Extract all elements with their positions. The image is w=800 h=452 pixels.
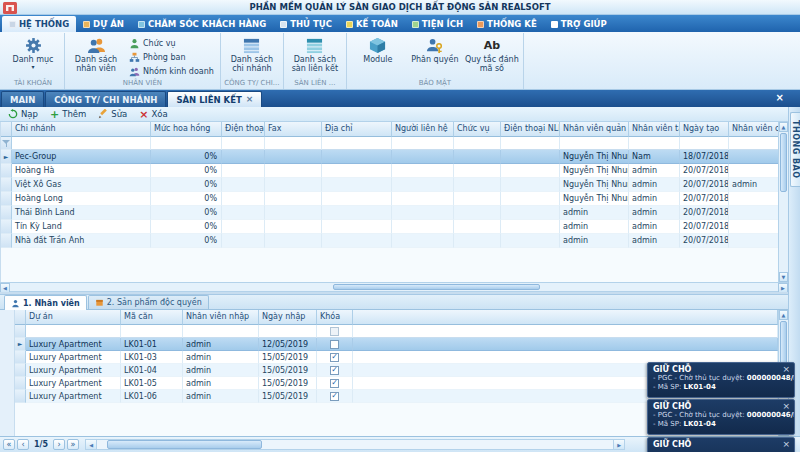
filter-cell-ngay-tao[interactable] [680, 137, 729, 150]
horizontal-scrollbar[interactable]: ◀ ▶ [0, 282, 788, 292]
ribbon-tab-tro-giup[interactable]: TRỢ GIÚP [544, 16, 614, 32]
close-tab-icon[interactable]: × [246, 95, 254, 104]
column-header-nguoi-lien-he[interactable]: Người liên hệ [392, 122, 454, 137]
filter-cell-nhan-vien-quan-ly[interactable] [560, 137, 629, 150]
filter-cell-ien-thoai[interactable] [222, 137, 265, 150]
filter-checkbox[interactable] [330, 327, 339, 336]
ribbon-button-nhom-kinh-doanh[interactable]: Nhóm kinh doanh [126, 65, 217, 78]
column-header-nhan-vien-nhap[interactable]: Nhân viên nhập [183, 310, 259, 325]
first-record-button[interactable]: « [3, 439, 15, 450]
scroll-down-icon[interactable]: ▼ [779, 272, 788, 282]
notifications-panel-tab[interactable]: THÔNG BÁO [790, 112, 800, 187]
filter-cell-ia-chi[interactable] [322, 137, 392, 150]
checked-checkbox[interactable]: ✓ [330, 392, 339, 401]
filter-cell-chi-nhanh[interactable] [12, 137, 151, 150]
scrollbar-thumb[interactable] [333, 284, 540, 290]
column-header-ma-can[interactable]: Mã căn [121, 310, 183, 325]
document-tab-cong-ty-chi-nhanh[interactable]: CÔNG TY/ CHI NHÁNH [45, 91, 166, 107]
table-row[interactable]: Hoàng Hà0%Nguyễn Thị Nhungadmin20/07/201… [1, 164, 778, 178]
scroll-up-icon[interactable]: ▲ [779, 122, 788, 132]
ribbon-button-module[interactable]: Module [350, 34, 406, 78]
scrollbar-thumb[interactable] [780, 321, 787, 366]
filter-cell-nhan-vien-tao[interactable] [629, 137, 680, 150]
table-row[interactable]: Thái Bình Land0%adminadmin20/07/2018 [1, 206, 778, 220]
toolbar-button-sua[interactable]: Sửa [93, 108, 132, 121]
ribbon-tab-thu-tuc[interactable]: THỦ TỤC [273, 16, 339, 32]
document-tab-san-lien-ket[interactable]: SÀN LIÊN KẾT× [167, 91, 262, 107]
ribbon-tab-ke-toan[interactable]: KẾ TOÁN [339, 16, 405, 32]
column-header-ien-thoai-nlh[interactable]: Điện thoại NLH [501, 122, 560, 137]
scroll-up-icon[interactable]: ▲ [779, 310, 788, 320]
filter-cell-du-an[interactable] [26, 325, 121, 338]
table-row[interactable]: Việt Xô Gas0%Nguyễn Thị Nhungadmin20/07/… [1, 178, 778, 192]
filter-cell-khoa[interactable] [317, 325, 353, 338]
filter-cell-nguoi-lien-he[interactable] [392, 137, 454, 150]
ribbon-tab-tien-ich[interactable]: TIỆN ÍCH [405, 16, 470, 32]
column-header-nhan-vien-quan-ly[interactable]: Nhân viên quản lý [560, 122, 629, 137]
column-header-fax[interactable]: Fax [265, 122, 322, 137]
scrollbar-thumb[interactable] [780, 133, 787, 192]
scrollbar-track[interactable] [97, 440, 613, 449]
table-row[interactable]: ►Luxury ApartmentLK01-01admin12/05/2019 [15, 338, 778, 351]
ribbon-tab-cham-soc-khach-hang[interactable]: CHĂM SÓC KHÁCH HÀNG [131, 16, 273, 32]
filter-cell-nhan-vien-nhap[interactable] [183, 325, 259, 338]
ribbon-button-phan-quyen[interactable]: Phân quyền [407, 34, 463, 78]
detail-tab-1-nhan-vien[interactable]: 1. Nhân viên [4, 295, 87, 310]
ribbon-button-danh-sach-nhan-vien[interactable]: Danh sách nhân viên [68, 34, 124, 78]
close-toast-icon[interactable]: × [782, 365, 790, 374]
table-row[interactable]: Nhà đất Trần Anh0%adminadmin20/07/2018 [1, 234, 778, 248]
column-header-nhan-vien-tao[interactable]: Nhân viên tạo [629, 122, 680, 137]
toolbar-button-nap[interactable]: Nạp [3, 108, 43, 121]
prev-record-button[interactable]: ‹ [17, 439, 29, 450]
ribbon-tab-thong-ke[interactable]: THỐNG KÊ [470, 16, 544, 32]
column-header-chuc-vu[interactable]: Chức vụ [454, 122, 501, 137]
close-toast-icon[interactable]: × [782, 440, 790, 449]
column-header-ngay-tao[interactable]: Ngày tạo [680, 122, 729, 137]
column-header-ngay-nhap[interactable]: Ngày nhập [259, 310, 317, 325]
toolbar-button-them[interactable]: +Thêm [45, 108, 91, 121]
column-header-ien-thoai[interactable]: Điện thoại [222, 122, 265, 137]
detail-tab-2-san-pham-oc-quyen[interactable]: 2. Sản phẩm độc quyền [88, 295, 209, 309]
ribbon-button-danh-sach-chi-nhanh[interactable]: Danh sách chi nhánh [224, 34, 280, 78]
toolbar-button-xoa[interactable]: ×Xóa [134, 108, 172, 121]
last-record-button[interactable]: » [67, 439, 79, 450]
document-tab-main[interactable]: MAIN [1, 91, 44, 107]
scrollbar-track[interactable] [779, 132, 788, 272]
ribbon-button-danh-sach-san-lien-ket[interactable]: Danh sách sàn liên kết [287, 34, 343, 78]
checked-checkbox[interactable]: ✓ [330, 379, 339, 388]
ribbon-tab-du-an[interactable]: DỰ ÁN [76, 16, 131, 32]
next-record-button[interactable]: › [53, 439, 65, 450]
table-row[interactable]: Hoàng Long0%Nguyễn Thị Nhungadmin20/07/2… [1, 192, 778, 206]
unchecked-checkbox[interactable] [330, 340, 339, 349]
column-header-du-an[interactable]: Dự án [26, 310, 121, 325]
detail-horizontal-scrollbar[interactable]: ◀ ▶ [85, 439, 625, 450]
column-header-ia-chi[interactable]: Địa chỉ [322, 122, 392, 137]
scroll-right-icon[interactable]: ▶ [613, 440, 624, 449]
ribbon-button-danh-muc[interactable]: Danh mục▾ [5, 34, 61, 78]
filter-cell-ien-thoai-nlh[interactable] [501, 137, 560, 150]
column-header-muc-hoa-hong[interactable]: Mức hoa hồng [151, 122, 222, 137]
column-header-khoa[interactable]: Khóa [317, 310, 353, 325]
close-toast-icon[interactable]: × [782, 402, 790, 411]
table-row[interactable]: Tín Kỳ Land0%adminadmin20/07/2018 [1, 220, 778, 234]
column-header-chi-nhanh[interactable]: Chi nhánh [12, 122, 151, 137]
ribbon-button-chuc-vu[interactable]: Chức vụ [126, 37, 217, 50]
filter-cell-chuc-vu[interactable] [454, 137, 501, 150]
vertical-scrollbar[interactable]: ▲ ▼ [778, 122, 788, 282]
checked-checkbox[interactable]: ✓ [330, 366, 339, 375]
scrollbar-track[interactable] [10, 283, 778, 291]
ribbon-button-phong-ban[interactable]: Phòng ban [126, 51, 217, 64]
filter-cell-nhan-vien-cap[interactable] [729, 137, 778, 150]
filter-cell-ma-can[interactable] [121, 325, 183, 338]
scrollbar-thumb[interactable] [107, 440, 262, 449]
close-document-icon[interactable]: × [776, 93, 784, 103]
ribbon-tab-he-thong[interactable]: HỆ THỐNG [2, 16, 76, 32]
ribbon-button-quy-tac-anh-ma-so[interactable]: AbQuy tắc đánh mã số [464, 34, 520, 78]
scroll-left-icon[interactable]: ◀ [86, 440, 97, 449]
filter-cell-ngay-nhap[interactable] [259, 325, 317, 338]
table-row[interactable]: ►Pec-Group0%Nguyễn Thị NhungNam18/07/201… [1, 150, 778, 164]
checked-checkbox[interactable]: ✓ [330, 353, 339, 362]
filter-cell-fax[interactable] [265, 137, 322, 150]
filter-cell-muc-hoa-hong[interactable] [151, 137, 222, 150]
column-header-nhan-vien-cap[interactable]: Nhân viên cập [729, 122, 778, 137]
